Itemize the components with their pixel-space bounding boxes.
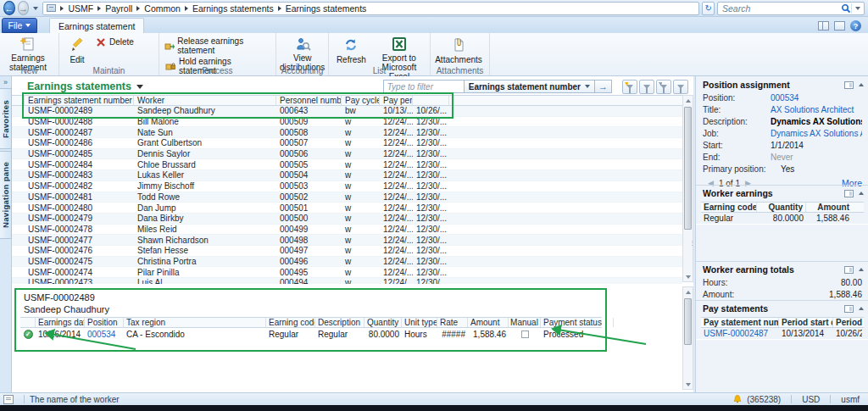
help-icon[interactable]: ? (850, 20, 861, 31)
detail-line-row[interactable]: ✓ 10/26/2014 000534 CA - Escondido Regul… (20, 328, 602, 340)
scroll-down-icon[interactable] (683, 380, 693, 389)
column-header-pay-period-end[interactable] (413, 96, 449, 105)
refresh-address-icon[interactable]: ↻ (702, 2, 715, 15)
table-row[interactable]: USMF-00002475 Christina Portra 000496 w … (12, 257, 682, 268)
table-row[interactable]: USMF-00002486 Grant Culbertson 000507 w … (12, 138, 682, 149)
search-input[interactable] (718, 3, 841, 14)
breadcrumb-item[interactable]: Common (144, 3, 181, 14)
column-header-tax-region[interactable]: Tax region (124, 318, 266, 327)
table-row[interactable]: USMF-00002473 Luis Al 000494 w 12/24/...… (12, 278, 682, 284)
sidebar-tab-favorites[interactable]: Favorites (0, 88, 12, 149)
table-row[interactable]: USMF-00002484 Chloe Brussard 000505 w 12… (12, 159, 682, 170)
scrollbar-thumb[interactable] (684, 107, 692, 230)
breadcrumb-item[interactable]: Payroll (105, 3, 132, 14)
column-header-amount[interactable]: Amount (468, 318, 509, 327)
back-icon[interactable]: ← (3, 1, 15, 15)
cell-number[interactable]: USMF-00002485 (25, 149, 134, 158)
refresh-button[interactable]: Refresh (332, 35, 370, 65)
apply-filter-button[interactable]: → (595, 80, 612, 93)
cell-number[interactable]: USMF-00002477 (25, 236, 134, 245)
column-header-pay-period[interactable]: Pay period (380, 96, 413, 105)
filter-input[interactable] (383, 80, 465, 93)
filter-by-grid-icon[interactable] (656, 80, 671, 94)
collapse-icon[interactable] (859, 192, 864, 195)
column-header-pay-cycle[interactable]: Pay cycle (342, 96, 380, 105)
table-row[interactable]: USMF-00002478 Miles Reid 000499 w 12/24/… (12, 225, 682, 236)
filter-field-dropdown[interactable]: Earnings statement number (465, 80, 595, 93)
breadcrumb-item[interactable]: USMF (68, 3, 93, 14)
cell-number[interactable]: USMF-00002481 (25, 192, 134, 202)
column-header-period-end[interactable]: Period e (833, 318, 862, 327)
table-row[interactable]: USMF-00002482 Jimmy Bischoff 000503 w 12… (12, 181, 682, 192)
cell-number[interactable]: USMF-00002480 (25, 203, 134, 213)
popout-icon[interactable] (844, 305, 854, 313)
forward-icon[interactable]: → (18, 1, 30, 15)
popout-icon[interactable] (844, 266, 854, 274)
column-header-earning-code[interactable]: Earning code (701, 203, 757, 212)
popout-icon[interactable] (844, 190, 854, 197)
cell-number[interactable]: USMF-00002489 (25, 106, 134, 115)
column-header-period-start[interactable]: Period start date (779, 318, 833, 327)
cell-number[interactable]: USMF-00002476 (25, 246, 134, 255)
search-scope-dropdown-icon[interactable] (852, 7, 864, 10)
cell-number[interactable]: USMF-00002488 (25, 117, 134, 126)
attachments-button[interactable]: Attachments (434, 35, 483, 65)
position-link[interactable]: 000534 (85, 330, 124, 339)
cell-number[interactable]: USMF-00002478 (25, 225, 134, 234)
grid-vertical-scrollbar[interactable] (682, 95, 693, 282)
company-indicator[interactable]: usmf (841, 395, 860, 404)
layout-icon[interactable] (818, 21, 829, 31)
cell-number[interactable]: USMF-00002483 (25, 170, 134, 180)
sidebar-tab-navigation-pane[interactable]: Navigation pane (0, 151, 12, 239)
job-link[interactable]: Dynamics AX Solutions Arc (771, 129, 862, 138)
remove-filter-icon[interactable] (673, 80, 688, 94)
column-header-description[interactable]: Description (315, 318, 364, 327)
export-to-excel-button[interactable]: Export to Microsoft Excel (372, 35, 426, 65)
column-header-amount[interactable]: Amount (806, 203, 852, 212)
pay-statement-row[interactable]: USMF-00002487 10/13/2014 10/26/2 (701, 328, 864, 339)
manual-checkbox[interactable] (521, 330, 529, 338)
table-row[interactable]: USMF-00002489 Sandeep Chaudhury 000643 b… (12, 106, 682, 117)
collapse-icon[interactable] (859, 307, 864, 310)
table-row[interactable]: USMF-00002481 Todd Rowe 000502 w 12/24/.… (12, 192, 682, 203)
cell-number[interactable]: USMF-00002484 (25, 160, 134, 169)
column-header-earnings-date[interactable]: Earnings date (36, 318, 85, 327)
filter-quick-icon[interactable] (622, 80, 637, 94)
table-row[interactable]: USMF-00002477 Shawn Richardson 000498 w … (12, 235, 682, 246)
column-header-payment-status[interactable]: Payment status (541, 318, 614, 327)
edit-button[interactable]: Edit (63, 35, 92, 65)
column-header-position[interactable]: Position (85, 318, 124, 327)
title-link[interactable]: AX Solutions Architect (771, 105, 862, 114)
currency-indicator[interactable]: USD (802, 395, 820, 404)
pay-statement-link[interactable]: USMF-00002487 (701, 329, 779, 338)
window-icon[interactable] (834, 21, 845, 31)
table-row[interactable]: USMF-00002487 Nate Sun 000508 w 12/24/..… (12, 127, 682, 138)
column-header-rate[interactable]: Rate (437, 318, 468, 327)
table-row[interactable]: USMF-00002485 Dennis Saylor 000506 w 12/… (12, 149, 682, 160)
collapse-icon[interactable] (859, 83, 864, 86)
breadcrumb[interactable]: USMF Payroll Common Earnings statements … (42, 2, 699, 15)
table-row[interactable]: USMF-00002480 Dan Jump 000501 w 12/24/..… (12, 203, 682, 214)
scroll-up-icon[interactable] (683, 287, 693, 297)
table-row[interactable]: USMF-00002488 Bill Malone 000509 w 12/24… (12, 117, 682, 128)
new-earnings-statement-button[interactable]: Earnings statement (3, 35, 53, 65)
title-dropdown-icon[interactable] (136, 85, 143, 89)
file-menu-button[interactable]: File (2, 18, 37, 33)
notification-count[interactable]: (365238) (747, 395, 781, 404)
search-icon[interactable] (841, 3, 851, 14)
view-distributions-button[interactable]: View distributions (280, 35, 325, 65)
column-header-quantity[interactable]: Quantity (757, 203, 806, 212)
breadcrumb-item[interactable]: Earnings statements (192, 3, 274, 14)
column-header-number[interactable]: Earnings statement number (25, 96, 134, 105)
column-header-earning-code[interactable]: Earning code (266, 318, 315, 327)
delete-button[interactable]: Delete (93, 36, 136, 47)
cell-number[interactable]: USMF-00002475 (25, 257, 134, 266)
scroll-up-icon[interactable] (683, 96, 693, 105)
breadcrumb-item[interactable]: Earnings statements (286, 3, 367, 14)
release-earnings-statement-button[interactable]: Release earnings statement (163, 36, 272, 55)
column-header-quantity[interactable]: Quantity (364, 318, 402, 327)
column-header-manual[interactable]: Manual (509, 318, 541, 327)
scrollbar-thumb[interactable] (684, 298, 692, 345)
scroll-down-icon[interactable] (683, 272, 693, 281)
select-all-header[interactable] (12, 96, 25, 105)
